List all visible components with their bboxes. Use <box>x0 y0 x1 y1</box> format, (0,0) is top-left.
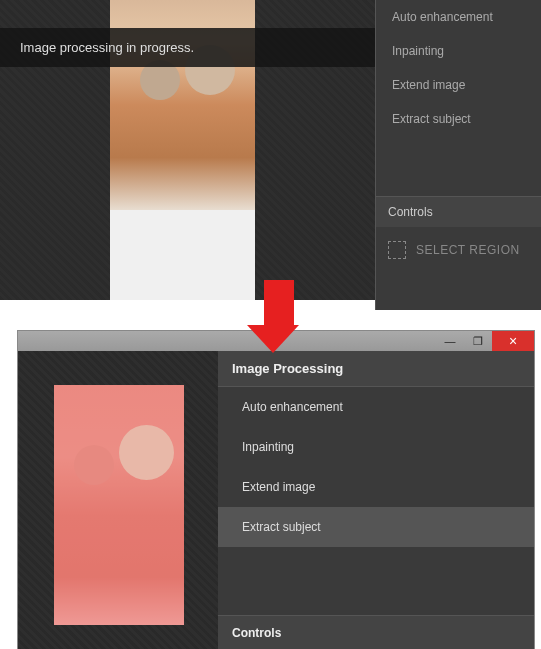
maximize-button[interactable]: ❐ <box>464 331 492 351</box>
select-region-button[interactable]: SELECT REGION <box>376 227 541 273</box>
minimize-button[interactable]: — <box>436 331 464 351</box>
bottom-state-panel: — ❐ × Image Processing Auto enhancement … <box>17 330 535 649</box>
menu-item-extract-subject[interactable]: Extract subject <box>376 102 541 136</box>
preview-image <box>54 385 184 625</box>
transition-arrow-icon <box>258 280 299 353</box>
menu-item-inpainting[interactable]: Inpainting <box>218 427 534 467</box>
close-button[interactable]: × <box>492 331 534 351</box>
menu-item-auto-enhancement[interactable]: Auto enhancement <box>218 387 534 427</box>
right-sidebar: Image Processing Auto enhancement Inpain… <box>218 351 534 649</box>
select-region-label: SELECT REGION <box>416 243 520 257</box>
menu-item-extend-image[interactable]: Extend image <box>218 467 534 507</box>
canvas-area <box>18 351 218 649</box>
select-region-icon <box>388 241 406 259</box>
top-state-panel: Image processing in progress. Auto enhan… <box>0 0 541 310</box>
menu-item-extract-subject[interactable]: Extract subject <box>218 507 534 547</box>
menu-item-auto-enhancement[interactable]: Auto enhancement <box>376 0 541 34</box>
status-toast: Image processing in progress. <box>0 28 375 67</box>
menu-item-inpainting[interactable]: Inpainting <box>376 34 541 68</box>
controls-header: Controls <box>218 615 534 649</box>
spacer <box>218 547 534 615</box>
bottom-body: Image Processing Auto enhancement Inpain… <box>18 351 534 649</box>
menu-item-extend-image[interactable]: Extend image <box>376 68 541 102</box>
right-sidebar: Auto enhancement Inpainting Extend image… <box>375 0 541 310</box>
subject-mask-overlay <box>54 385 184 625</box>
canvas-area: Image processing in progress. <box>0 0 375 300</box>
controls-header: Controls <box>376 196 541 227</box>
panel-title: Image Processing <box>218 351 534 387</box>
